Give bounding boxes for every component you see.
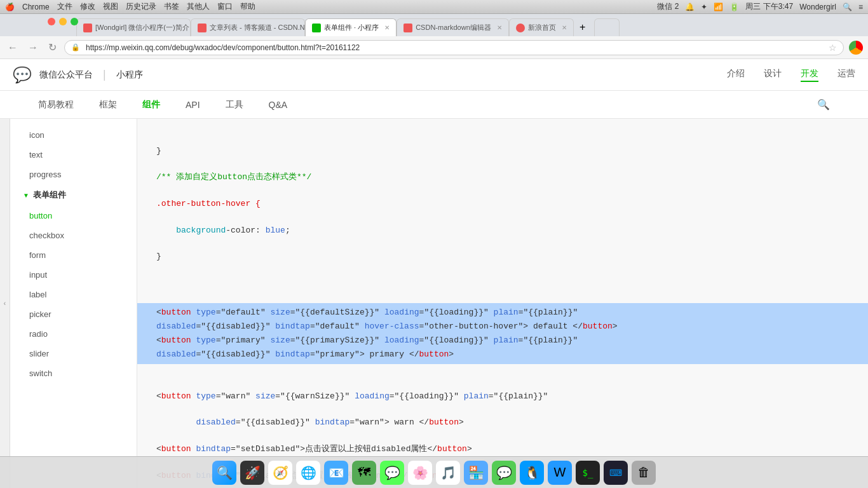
menu-history[interactable]: 历史记录 <box>126 1 156 12</box>
nav-yunying[interactable]: 运营 <box>837 68 855 82</box>
chrome-label[interactable]: Chrome <box>22 3 50 11</box>
tab-1-label: [Wondgirl] 微信小程序(一)简介 <box>95 23 189 32</box>
subnav-qa[interactable]: Q&A <box>269 100 288 110</box>
dock-chrome[interactable]: 🌐 <box>296 461 320 485</box>
new-tab-button[interactable]: + <box>574 18 592 36</box>
sidebar-item-button[interactable]: button <box>10 206 137 226</box>
tab-5[interactable]: 新浪首页 ✕ <box>509 18 574 36</box>
sidebar-item-text[interactable]: text <box>10 145 137 165</box>
sidebar-item-switch-label: switch <box>29 369 52 378</box>
sidebar-item-form[interactable]: form <box>10 245 137 265</box>
menu-help[interactable]: 帮助 <box>240 1 255 12</box>
apple-icon[interactable]: 🍎 <box>5 3 15 11</box>
nav-jieshao[interactable]: 介绍 <box>727 68 745 82</box>
traffic-lights <box>48 18 78 25</box>
back-button[interactable]: ← <box>5 41 20 55</box>
sidebar-item-icon[interactable]: icon <box>10 125 137 145</box>
nav-sheji[interactable]: 设计 <box>764 68 782 82</box>
sidebar-item-label-label: label <box>29 290 46 299</box>
dock-messages[interactable]: 💬 <box>380 461 404 485</box>
tab-bar: [Wondgirl] 微信小程序(一)简介 ✕ 文章列表 - 博客频道 - CS… <box>0 14 868 36</box>
bookmark-star-icon[interactable]: ☆ <box>829 43 837 53</box>
wechat-top-nav: 💬 微信公众平台 | 小程序 介绍 设计 开发 运营 <box>0 59 868 91</box>
nav-kaifa[interactable]: 开发 <box>801 68 818 82</box>
dock-finder[interactable]: 🔍 <box>212 461 236 485</box>
code-line-close-brace2: } <box>156 250 849 264</box>
subnav-tools[interactable]: 工具 <box>226 99 243 111</box>
username: Wondergirl <box>799 3 836 11</box>
dock-wechat[interactable]: 💬 <box>492 461 516 485</box>
mac-bar-right: 微信 2 🔔 ✦ 📶 🔋 周三 下午3:47 Wondergirl 🔍 ≡ <box>657 1 863 12</box>
code-hl-2: disabled="{{disabled}}" bindtap="default… <box>156 320 849 334</box>
tab-4[interactable]: CSDN-markdown编辑器 ✕ <box>397 18 509 36</box>
main-content: ‹ icon text progress ▼ 表单组件 button <box>0 119 868 488</box>
dock-mail[interactable]: 📧 <box>324 461 348 485</box>
code-line-comment: /** 添加自定义button点击态样式类**/ <box>156 171 849 184</box>
collapse-panel[interactable]: ‹ <box>0 119 10 488</box>
dock-itunes[interactable]: 🎵 <box>436 461 460 485</box>
subnav-tutorial[interactable]: 简易教程 <box>38 99 74 111</box>
sidebar-item-text-label: text <box>29 150 43 159</box>
dock-terminal[interactable]: $_ <box>576 461 600 485</box>
tab-4-close[interactable]: ✕ <box>497 24 502 31</box>
dock-launchpad[interactable]: 🚀 <box>240 461 264 485</box>
tab-5-close[interactable]: ✕ <box>562 24 567 31</box>
tab-3-close[interactable]: ✕ <box>384 24 390 31</box>
dock-photos[interactable]: 🌸 <box>408 461 432 485</box>
menu-view[interactable]: 视图 <box>103 1 118 12</box>
sidebar: icon text progress ▼ 表单组件 button checkbo… <box>10 119 137 488</box>
dock-appstore[interactable]: 🏪 <box>464 461 488 485</box>
refresh-button[interactable]: ↻ <box>46 40 59 55</box>
wechat-docs: 💬 微信公众平台 | 小程序 介绍 设计 开发 运营 简易教程 框架 组件 AP… <box>0 59 868 488</box>
sidebar-item-radio[interactable]: radio <box>10 324 137 344</box>
menu-window[interactable]: 窗口 <box>217 1 233 12</box>
menu-bookmarks[interactable]: 书签 <box>164 1 179 12</box>
sidebar-item-input[interactable]: input <box>10 265 137 285</box>
code-content-area[interactable]: } /** 添加自定义button点击态样式类**/ .other-button… <box>137 119 868 488</box>
sidebar-item-label[interactable]: label <box>10 285 137 304</box>
collapse-arrow-icon: ‹ <box>4 300 6 307</box>
sidebar-section-form[interactable]: ▼ 表单组件 <box>10 184 137 206</box>
sidebar-item-progress[interactable]: progress <box>10 165 137 184</box>
code-line-hover-class: .other-button-hover { <box>156 198 849 211</box>
dock: 🔍 🚀 🧭 🌐 📧 🗺 💬 🌸 🎵 🏪 💬 🐧 W $_ ⌨ 🗑 <box>0 456 868 488</box>
subnav-components[interactable]: 组件 <box>142 99 160 111</box>
menu-icon[interactable]: ≡ <box>858 3 863 11</box>
chrome-profile-icon[interactable] <box>849 41 863 55</box>
dock-maps[interactable]: 🗺 <box>352 461 376 485</box>
menu-edit[interactable]: 修改 <box>80 1 95 12</box>
subnav-api[interactable]: API <box>186 100 200 110</box>
close-button[interactable] <box>48 18 55 25</box>
bluetooth-icon: ✦ <box>701 3 707 11</box>
search-icon[interactable]: 🔍 <box>817 98 830 111</box>
clock: 周三 下午3:47 <box>745 1 793 12</box>
subnav-framework[interactable]: 框架 <box>99 99 117 111</box>
dock-vscode[interactable]: ⌨ <box>604 461 628 485</box>
address-input-container[interactable]: 🔒 https://mp.weixin.qq.com/debug/wxadoc/… <box>64 40 844 55</box>
menu-people[interactable]: 其他人 <box>187 1 210 12</box>
tab-3-label: 表单组件 · 小程序 <box>324 23 379 32</box>
maximize-button[interactable] <box>71 18 78 25</box>
url-display: https://mp.weixin.qq.com/debug/wxadoc/de… <box>86 43 825 52</box>
dock-trash[interactable]: 🗑 <box>632 461 656 485</box>
sidebar-item-checkbox[interactable]: checkbox <box>10 226 137 245</box>
tab-2-label: 文章列表 - 博客频道 - CSDN.N... <box>210 23 305 32</box>
minimize-button[interactable] <box>59 18 67 25</box>
sidebar-item-switch[interactable]: switch <box>10 363 137 383</box>
mac-top-bar: 🍎 Chrome 文件 修改 视图 历史记录 书签 其他人 窗口 帮助 微信 2… <box>0 0 868 14</box>
forward-button[interactable]: → <box>25 41 41 55</box>
sidebar-item-icon-label: icon <box>29 130 44 140</box>
dock-qq[interactable]: 🐧 <box>520 461 544 485</box>
dock-safari[interactable]: 🧭 <box>268 461 292 485</box>
sidebar-item-button-label: button <box>29 211 52 220</box>
search-icon[interactable]: 🔍 <box>843 3 852 11</box>
sidebar-item-picker[interactable]: picker <box>10 304 137 324</box>
code-warn-1: <button type="warn" size="{{warnSize}}" … <box>156 390 849 403</box>
dock-word[interactable]: W <box>548 461 572 485</box>
tab-3[interactable]: 表单组件 · 小程序 ✕ <box>305 18 397 36</box>
wechat-nav-right: 介绍 设计 开发 运营 <box>727 68 855 82</box>
tab-1[interactable]: [Wondgirl] 微信小程序(一)简介 ✕ <box>76 18 191 36</box>
tab-2[interactable]: 文章列表 - 博客频道 - CSDN.N... ✕ <box>191 18 305 36</box>
menu-file[interactable]: 文件 <box>57 1 72 12</box>
sidebar-item-slider[interactable]: slider <box>10 344 137 363</box>
